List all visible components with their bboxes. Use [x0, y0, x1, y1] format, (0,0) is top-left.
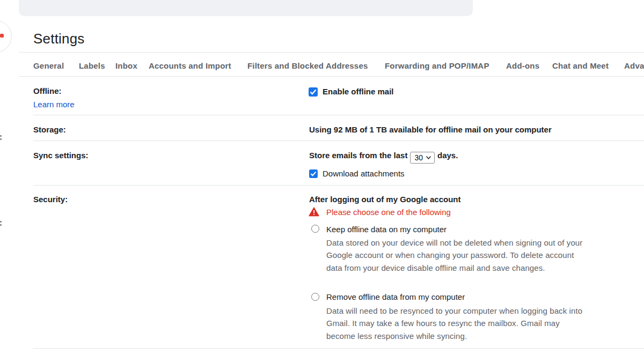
- storage-usage-text: Using 92 MB of 1 TB available for offlin…: [309, 125, 552, 134]
- download-attachments-checkbox[interactable]: [309, 169, 318, 178]
- search-bar[interactable]: Search all conversations: [19, 0, 473, 16]
- tab-forwarding-and-pop-imap[interactable]: Forwarding and POP/IMAP: [385, 61, 489, 70]
- page-title: Settings: [33, 31, 85, 47]
- tab-advanced[interactable]: Advanced: [624, 61, 644, 70]
- store-emails-line: Store emails from the last30days.: [309, 151, 458, 164]
- security-warning-text: Please choose one of the following: [326, 208, 451, 217]
- warning-icon: [309, 207, 319, 219]
- storage-row-label: Storage:: [33, 125, 66, 134]
- tabs-divider: [19, 76, 644, 77]
- search-icon: [49, 0, 63, 3]
- remove-offline-data-description: Data will need to be resynced to your co…: [326, 305, 585, 342]
- store-emails-prefix: Store emails from the last: [309, 151, 407, 160]
- bottom-divider: [33, 348, 644, 349]
- tab-labels[interactable]: Labels: [79, 61, 105, 70]
- days-select-value: 30: [414, 153, 423, 162]
- tab-inbox[interactable]: Inbox: [115, 61, 137, 70]
- tab-add-ons[interactable]: Add-ons: [506, 61, 539, 70]
- sync-settings-row-label: Sync settings:: [33, 151, 89, 160]
- store-emails-suffix: days.: [437, 151, 458, 160]
- download-attachments-label: Download attachments: [323, 169, 405, 178]
- remove-offline-data-radio[interactable]: [311, 293, 319, 301]
- enable-offline-mail-checkbox[interactable]: [309, 87, 318, 97]
- compose-pencil-red-tip: [0, 34, 4, 38]
- keep-offline-data-radio[interactable]: [311, 225, 319, 233]
- security-row-label: Security:: [33, 195, 68, 204]
- remove-offline-data-label: Remove offline data from my computer: [326, 292, 465, 301]
- clipped-sidebar-text: [0, 221, 2, 223]
- title-divider: [19, 52, 644, 53]
- row-divider: [33, 185, 644, 186]
- checkmark-icon: [310, 171, 317, 176]
- row-divider: [33, 115, 644, 115]
- security-heading: After logging out of my Google account: [309, 195, 461, 204]
- tab-chat-and-meet[interactable]: Chat and Meet: [552, 61, 609, 70]
- clipped-sidebar-text: [0, 138, 2, 140]
- chevron-down-icon: [426, 156, 431, 160]
- clipped-sidebar-text: [0, 135, 2, 137]
- gmail-settings-page: { "search": { "placeholder": "Search all…: [0, 0, 644, 362]
- keep-offline-data-description: Data stored on your device will not be d…: [326, 237, 585, 274]
- tab-filters-and-blocked-addresses[interactable]: Filters and Blocked Addresses: [247, 61, 368, 70]
- offline-row-label: Offline:: [33, 86, 62, 95]
- keep-offline-data-label: Keep offline data on my computer: [326, 225, 447, 234]
- row-divider: [33, 141, 644, 141]
- search-options-icon[interactable]: [467, 0, 481, 2]
- enable-offline-mail-label: Enable offline mail: [323, 87, 394, 96]
- tab-general[interactable]: General: [33, 61, 64, 70]
- tab-accounts-and-import[interactable]: Accounts and Import: [149, 61, 231, 70]
- learn-more-link[interactable]: Learn more: [33, 100, 75, 109]
- checkmark-icon: [310, 89, 317, 95]
- days-select[interactable]: 30: [410, 152, 435, 164]
- clipped-sidebar-text: [0, 224, 2, 226]
